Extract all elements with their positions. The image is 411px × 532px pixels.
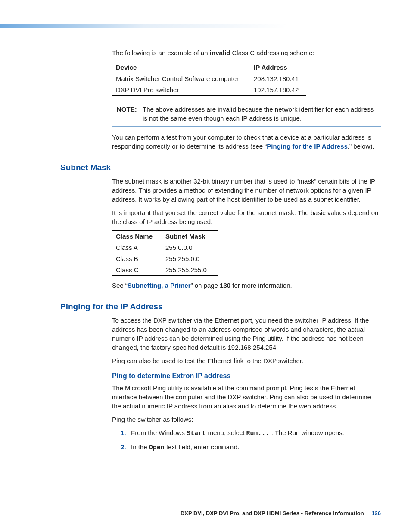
footer-page-number: 126: [371, 510, 381, 516]
subnet-p2: It is important that you set the correct…: [112, 208, 381, 226]
text: Class C addressing scheme:: [230, 49, 314, 56]
table-row: Class A 255.0.0.0: [112, 242, 218, 253]
subnetting-link[interactable]: Subnetting, a Primer: [128, 282, 191, 289]
text: From the Windows: [131, 429, 187, 436]
text: ,” below).: [348, 143, 374, 150]
table-header: IP Address: [250, 62, 306, 73]
text: for more information.: [230, 282, 292, 289]
device-table: Device IP Address Matrix Switcher Contro…: [112, 62, 306, 96]
open-field: Open: [149, 444, 165, 451]
see-paragraph: See “Subnetting, a Primer” on page 130 f…: [112, 281, 381, 290]
text: text field, enter: [165, 443, 211, 451]
page-ref: 130: [220, 282, 230, 289]
page: The following is an example of an invali…: [0, 0, 411, 532]
table-cell: Class C: [112, 264, 162, 276]
start-menu: Start: [187, 430, 206, 437]
subnet-mask-heading: Subnet Mask: [60, 163, 381, 172]
run-item: Run...: [246, 430, 270, 437]
intro-paragraph: The following is an example of an invali…: [112, 48, 381, 57]
table-cell: 255.0.0.0: [162, 242, 218, 253]
table-cell: DXP DVI Pro switcher: [112, 84, 250, 96]
subnet-table: Class Name Subnet Mask Class A 255.0.0.0…: [112, 230, 218, 276]
text: menu, select: [206, 429, 246, 436]
footer-title: DXP DVI, DXP DVI Pro, and DXP HDMI Serie…: [181, 510, 364, 516]
note-box: NOTE:The above addresses are invalid bec…: [112, 101, 381, 127]
steps-list: From the Windows Start menu, select Run.…: [121, 428, 381, 452]
step-1: From the Windows Start menu, select Run.…: [121, 428, 381, 438]
table-row: Matrix Switcher Control Software compute…: [112, 73, 306, 84]
table-cell: 255.255.0.0: [162, 253, 218, 264]
text: See “: [112, 282, 128, 289]
pinging-p1: To access the DXP switcher via the Ether…: [112, 316, 381, 352]
table-cell: 255.255.255.0: [162, 264, 218, 276]
test-paragraph: You can perform a test from your compute…: [112, 133, 381, 151]
table-cell: Class A: [112, 242, 162, 253]
table-cell: 192.157.180.42: [250, 84, 306, 96]
text: ” on page: [191, 282, 220, 289]
text: The following is an example of an: [112, 49, 210, 56]
table-header-row: Device IP Address: [112, 62, 306, 73]
text: . The Run window opens.: [270, 429, 344, 436]
subnet-p1: The subnet mask is another 32-bit binary…: [112, 177, 381, 204]
page-footer: DXP DVI, DXP DVI Pro, and DXP HDMI Serie…: [181, 510, 381, 516]
table-header-row: Class Name Subnet Mask: [112, 231, 218, 242]
table-cell: 208.132.180.41: [250, 73, 306, 84]
note-text: The above addresses are invalid because …: [143, 105, 375, 123]
note-label: NOTE:: [117, 105, 143, 114]
pinging-p2: Ping can also be used to test the Ethern…: [112, 356, 381, 365]
text: In the: [131, 443, 149, 451]
step-2: In the Open text field, enter command.: [121, 442, 381, 452]
command-text: command: [210, 444, 237, 451]
pinging-link[interactable]: Pinging for the IP Address: [267, 143, 348, 150]
pinging-heading: Pinging for the IP Address: [60, 302, 381, 311]
pinging-p4: Ping the switcher as follows:: [112, 415, 381, 424]
table-row: DXP DVI Pro switcher 192.157.180.42: [112, 84, 306, 96]
table-row: Class B 255.255.0.0: [112, 253, 218, 264]
invalid-word: invalid: [210, 49, 230, 56]
table-header: Device: [112, 62, 250, 73]
content-area: The following is an example of an invali…: [60, 48, 381, 457]
table-header: Subnet Mask: [162, 231, 218, 242]
table-cell: Matrix Switcher Control Software compute…: [112, 73, 250, 84]
text: .: [237, 443, 239, 451]
pinging-p3: The Microsoft Ping utility is available …: [112, 383, 381, 411]
table-header: Class Name: [112, 231, 162, 242]
header-gradient: [0, 24, 411, 28]
ping-determine-heading: Ping to determine Extron IP address: [112, 372, 381, 380]
table-cell: Class B: [112, 253, 162, 264]
table-row: Class C 255.255.255.0: [112, 264, 218, 276]
